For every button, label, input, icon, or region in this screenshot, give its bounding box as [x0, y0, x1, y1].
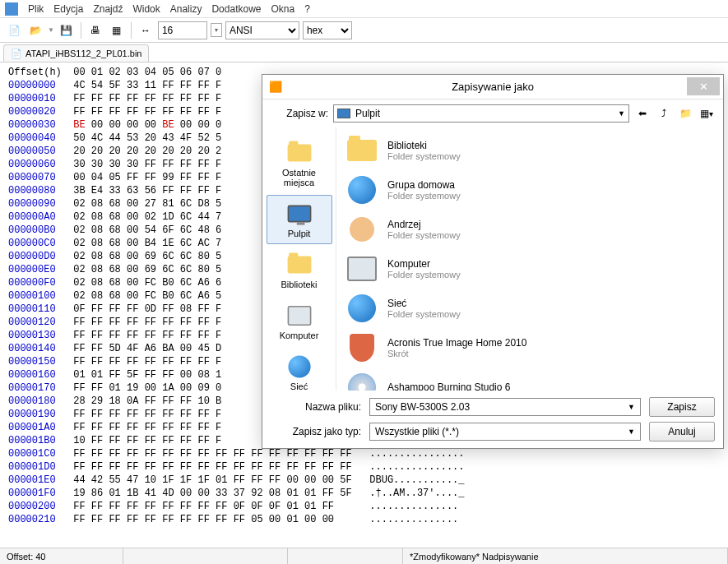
file-icon: 📄 [11, 49, 22, 59]
save-as-dialog: 🟧 Zapisywanie jako ✕ Zapisz w: Pulpit ▼ … [262, 74, 724, 449]
save-in-combo[interactable]: Pulpit ▼ [333, 104, 629, 123]
separator [131, 22, 132, 39]
item-name: Andrzej [387, 219, 461, 230]
close-button[interactable]: ✕ [687, 77, 720, 95]
list-item[interactable]: AndrzejFolder systemowy [338, 210, 721, 249]
place-label: Sieć [269, 381, 330, 391]
status-empty2 [288, 548, 403, 564]
menu-item[interactable]: Okna [271, 3, 294, 15]
item-subtitle: Skrót [387, 349, 526, 358]
item-subtitle: Folder systemowy [387, 191, 461, 201]
user-icon [345, 213, 379, 246]
save-icon[interactable]: 💾 [58, 21, 76, 39]
cancel-button[interactable]: Anuluj [649, 422, 715, 441]
disk-icon [345, 371, 379, 391]
file-list[interactable]: BibliotekiFolder systemowyGrupa domowaFo… [336, 127, 723, 391]
new-file-icon[interactable]: 📄 [5, 21, 23, 39]
menu-item[interactable]: Analizy [170, 3, 202, 15]
chip-icon[interactable]: ▦ [108, 21, 126, 39]
save-in-row: Zapisz w: Pulpit ▼ ⬅ ⤴ 📁 ▦▾ [262, 99, 723, 127]
menu-item[interactable]: Plik [28, 3, 44, 15]
item-subtitle: Folder systemowy [387, 230, 461, 240]
up-icon[interactable]: ⤴ [656, 105, 672, 122]
app-icon [5, 2, 18, 16]
view-menu-icon[interactable]: ▦▾ [698, 105, 715, 122]
desktop-icon [337, 109, 350, 118]
list-item[interactable]: Acronis True Image Home 2010Skrót [338, 328, 721, 368]
item-name: Sieć [387, 298, 461, 309]
toolbar: 📄 📂 ▼ 💾 🖶 ▦ ↔ ▾ ANSI hex [0, 18, 728, 43]
shield-icon [345, 331, 379, 364]
filetype-select[interactable]: Wszystkie pliki (*.*) ▼ [369, 423, 641, 441]
dialog-titlebar: 🟧 Zapisywanie jako ✕ [262, 75, 723, 99]
dialog-bottom: Nazwa pliku: Sony BW-5300S 2.03 ▼ Zapisz… [262, 391, 723, 448]
place-icon [283, 303, 316, 329]
item-subtitle: Folder systemowy [387, 270, 461, 280]
status-offset: Offset: 40 [0, 548, 123, 564]
menu-item[interactable]: Edycja [53, 3, 83, 15]
list-item[interactable]: SiećFolder systemowy [338, 289, 721, 328]
filename-value: Sony BW-5300S 2.03 [375, 401, 470, 413]
chevron-down-icon[interactable]: ▾ [211, 23, 222, 37]
place-label: Ostatnie miejsca [269, 168, 330, 187]
filetype-label: Zapisz jako typ: [271, 426, 361, 437]
place-pulpit[interactable]: Pulpit [267, 195, 332, 244]
place-label: Komputer [269, 331, 330, 340]
place-icon [283, 252, 316, 278]
tab-bar: 📄 ATAPI_iHBS112_2_PL01.bin [0, 43, 728, 62]
file-tab[interactable]: 📄 ATAPI_iHBS112_2_PL01.bin [3, 44, 149, 62]
open-folder-icon[interactable]: 📂 [26, 21, 44, 39]
menu-item[interactable]: Widok [132, 3, 160, 15]
chevron-down-icon: ▼ [628, 428, 635, 436]
place-icon [283, 140, 316, 166]
filename-label: Nazwa pliku: [271, 401, 361, 413]
chevron-down-icon: ▼ [618, 109, 625, 118]
menubar: Plik Edycja Znajdź Widok Analizy Dodatko… [0, 0, 728, 18]
item-name: Acronis True Image Home 2010 [387, 337, 526, 349]
new-folder-icon[interactable]: 📁 [677, 105, 693, 122]
menu-item[interactable]: Znajdź [93, 3, 123, 15]
tab-label: ATAPI_iHBS112_2_PL01.bin [26, 49, 141, 58]
place-komputer[interactable]: Komputer [267, 297, 332, 346]
save-button[interactable]: Zapisz [649, 397, 715, 417]
place-icon [283, 201, 316, 227]
filename-input[interactable]: Sony BW-5300S 2.03 ▼ [369, 398, 641, 416]
item-subtitle: Folder systemowy [387, 151, 461, 161]
list-item[interactable]: Ashampoo Burning Studio 6 [338, 368, 721, 391]
mode-select[interactable]: hex [303, 21, 352, 39]
list-item[interactable]: Grupa domowaFolder systemowy [338, 170, 721, 210]
columns-input[interactable] [158, 21, 207, 39]
statusbar: Offset: 40 *Zmodyfikowany* Nadpisywanie [0, 548, 728, 564]
print-icon[interactable]: 🖶 [86, 21, 104, 39]
filetype-value: Wszystkie pliki (*.*) [375, 426, 459, 437]
status-empty1 [123, 548, 288, 564]
separator [81, 22, 81, 39]
place-ostatnie-miejsca[interactable]: Ostatnie miejsca [267, 134, 332, 193]
place-label: Pulpit [269, 229, 330, 238]
list-item[interactable]: BibliotekiFolder systemowy [338, 131, 721, 170]
users-icon [345, 173, 379, 206]
item-name: Komputer [387, 258, 461, 270]
save-in-label: Zapisz w: [271, 108, 328, 119]
item-name: Biblioteki [387, 140, 461, 151]
places-bar: Ostatnie miejscaPulpitBibliotekiKomputer… [262, 127, 336, 391]
chevron-down-icon[interactable]: ▼ [48, 26, 54, 34]
place-biblioteki[interactable]: Biblioteki [267, 246, 332, 295]
menu-item[interactable]: ? [304, 3, 310, 15]
back-icon[interactable]: ⬅ [634, 105, 651, 122]
chevron-down-icon: ▼ [628, 403, 635, 411]
status-modified: *Zmodyfikowany* Nadpisywanie [403, 548, 728, 564]
menu-item[interactable]: Dodatkowe [211, 3, 261, 15]
encoding-select[interactable]: ANSI [225, 21, 299, 39]
place-label: Biblioteki [269, 280, 330, 289]
place-sieć[interactable]: Sieć [267, 348, 332, 391]
hxd-icon: 🟧 [269, 81, 282, 94]
list-item[interactable]: KomputerFolder systemowy [338, 249, 721, 289]
dialog-title: Zapisywanie jako [452, 81, 534, 93]
globe-icon [345, 292, 379, 325]
folder-icon [345, 134, 379, 167]
item-name: Grupa domowa [387, 179, 461, 191]
arrows-icon[interactable]: ↔ [137, 21, 155, 39]
pc-icon [345, 252, 379, 285]
item-subtitle: Folder systemowy [387, 309, 461, 319]
